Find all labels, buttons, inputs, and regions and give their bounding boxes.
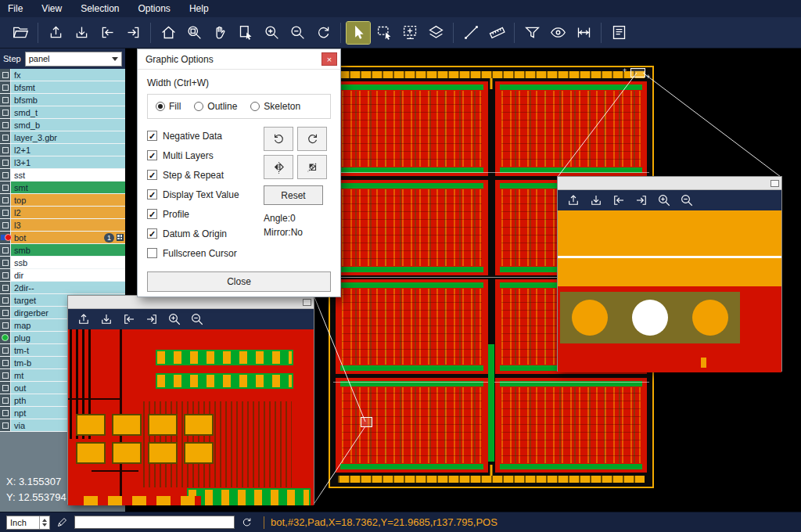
layer-visibility-cell[interactable] (0, 106, 11, 118)
layer-row-smd-b[interactable]: smd_b (0, 119, 125, 131)
close-button[interactable]: Close (147, 271, 331, 292)
layer-checkbox[interactable] (2, 222, 9, 228)
menu-selection[interactable]: Selection (81, 3, 119, 14)
layer-row-ssb[interactable]: ssb (0, 257, 125, 269)
layer-name[interactable]: 2dir-- (11, 282, 125, 293)
layer-checkbox[interactable] (2, 360, 9, 366)
layer-visibility-cell[interactable] (0, 169, 11, 181)
layer-name[interactable]: smb (11, 244, 125, 256)
layer-row-l3[interactable]: l3 (0, 219, 125, 232)
layer-name[interactable]: sst (11, 169, 125, 181)
layer-visibility-cell[interactable] (0, 419, 11, 431)
menu-options[interactable]: Options (138, 3, 171, 14)
layer-row-sst[interactable]: sst (0, 169, 125, 182)
zoom-in-button[interactable] (260, 22, 283, 44)
layer-checkbox[interactable] (2, 397, 9, 404)
layer-visibility-cell[interactable] (0, 282, 11, 293)
layer-visibility-cell[interactable] (0, 394, 11, 406)
zoom-window-1[interactable] (67, 295, 314, 505)
layer-checkbox[interactable] (2, 122, 9, 128)
layer-visibility-cell[interactable] (0, 119, 11, 131)
layer-visibility-cell[interactable] (0, 81, 11, 93)
zoom-out-button[interactable] (189, 311, 206, 328)
unit-select[interactable]: Inch (6, 516, 50, 530)
layer-name[interactable]: bfsmt (11, 81, 125, 93)
pan-button[interactable] (208, 22, 232, 44)
layer-name[interactable]: smt (11, 182, 125, 193)
layer-visibility-cell[interactable] (0, 182, 11, 193)
layer-row-layer-3-gbr[interactable]: layer_3.gbr (0, 131, 125, 144)
rotate-ccw-button[interactable] (297, 127, 327, 151)
layer-checkbox[interactable] (2, 372, 9, 379)
import-button[interactable] (75, 311, 92, 328)
menu-view[interactable]: View (41, 3, 62, 14)
layer-checkbox[interactable] (2, 310, 9, 316)
zoom-window-1-view[interactable] (68, 329, 314, 505)
measure-button[interactable] (572, 22, 595, 44)
layer-visibility-cell[interactable] (0, 232, 11, 243)
unit-spinner[interactable] (39, 516, 49, 529)
layer-name[interactable]: smd_b (11, 119, 125, 131)
report-button[interactable] (607, 22, 630, 44)
zoom-in-button[interactable] (656, 192, 673, 209)
export-button[interactable] (587, 192, 605, 209)
layer-row-bot[interactable]: bot1 (0, 232, 125, 244)
layer-row-smt[interactable]: smt (0, 182, 125, 194)
layer-checkbox[interactable] (2, 285, 9, 291)
layer-checkbox[interactable] (2, 260, 9, 266)
layer-visibility-cell[interactable] (0, 294, 11, 306)
window-button-icon[interactable] (770, 180, 779, 187)
window-button-icon[interactable] (303, 299, 311, 306)
layer-row-l2-1[interactable]: l2+1 (0, 144, 125, 156)
layer-row-smd-t[interactable]: smd_t (0, 106, 125, 119)
layer-visibility-cell[interactable] (0, 319, 11, 331)
layer-name[interactable]: fx (11, 69, 125, 81)
layer-visibility-cell[interactable] (0, 344, 11, 356)
layer-visibility-cell[interactable] (0, 307, 11, 318)
mirror-diagonal-button[interactable] (297, 155, 327, 179)
next-button[interactable] (121, 22, 145, 44)
layer-row-top[interactable]: top (0, 194, 125, 207)
layer-checkbox[interactable] (2, 84, 9, 91)
layer-visibility-cell[interactable] (0, 382, 11, 394)
layer-visibility-cell[interactable] (0, 407, 11, 419)
checkbox-fullscreen-cursor[interactable]: Fullscreen Cursor (147, 243, 264, 263)
layer-visibility-cell[interactable] (0, 131, 11, 143)
prev-button[interactable] (120, 311, 138, 328)
layer-checkbox[interactable] (2, 197, 9, 203)
filter-button[interactable] (520, 22, 544, 44)
checkbox-profile[interactable]: ✓Profile (147, 204, 264, 224)
layer-checkbox[interactable] (2, 297, 9, 304)
layer-row-l2[interactable]: l2 (0, 207, 125, 219)
zoom-area-button[interactable] (182, 22, 206, 44)
prev-button[interactable] (610, 192, 627, 209)
eye-button[interactable] (546, 22, 569, 44)
layer-name[interactable]: dir (11, 269, 125, 281)
layer-name[interactable]: bfsmb (11, 94, 125, 106)
layer-name[interactable]: bot1 (11, 232, 125, 243)
layer-name[interactable]: l2 (11, 207, 125, 218)
layer-name[interactable]: ssb (11, 257, 125, 268)
transform-button[interactable] (398, 22, 422, 44)
line-button[interactable] (459, 22, 483, 44)
import-button[interactable] (44, 22, 67, 44)
layer-name[interactable]: l3+1 (11, 156, 125, 168)
mirror-horizontal-button[interactable] (264, 155, 293, 179)
layer-checkbox[interactable] (2, 322, 9, 329)
ruler-button[interactable] (485, 22, 508, 44)
zoom-window-2-view[interactable] (558, 210, 781, 372)
layer-name[interactable]: top (11, 194, 125, 206)
export-button[interactable] (70, 22, 93, 44)
zoom-window-2[interactable] (557, 176, 782, 372)
export-button[interactable] (98, 311, 115, 328)
layer-checkbox[interactable] (2, 347, 9, 354)
dialog-titlebar[interactable]: Graphic Options × (138, 49, 340, 70)
zoom-out-button[interactable] (286, 22, 309, 44)
open-button[interactable] (9, 22, 32, 44)
rotate-button[interactable] (311, 22, 335, 44)
checkbox-datum-origin[interactable]: ✓Datum & Origin (147, 224, 264, 243)
cursor-button[interactable] (347, 22, 370, 44)
layer-checkbox[interactable] (2, 185, 9, 191)
layer-visibility-cell[interactable] (0, 207, 11, 218)
layer-row-2dir[interactable]: 2dir-- (0, 282, 125, 294)
